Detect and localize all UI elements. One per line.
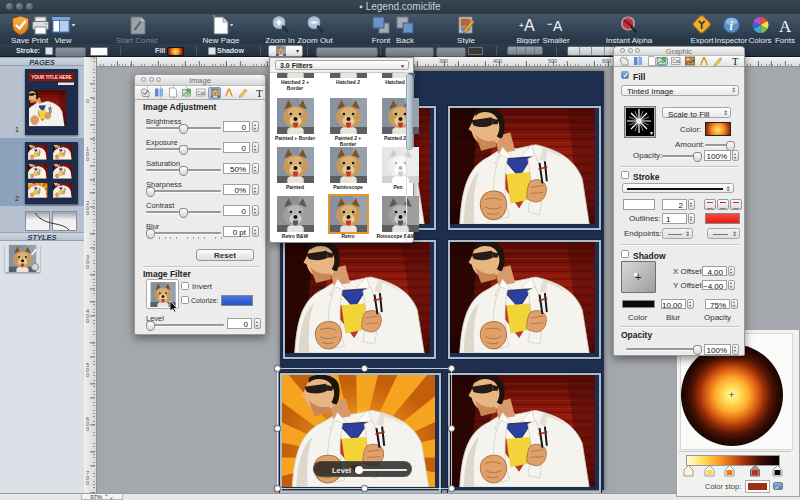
svg-text:A: A	[524, 17, 535, 34]
svg-text:Cat: Cat	[197, 90, 205, 96]
svg-text:Cat: Cat	[672, 58, 680, 64]
svg-text:T: T	[256, 87, 263, 99]
svg-text:T: T	[732, 56, 739, 66]
svg-text:YOUR TITLE HERE: YOUR TITLE HERE	[31, 75, 72, 80]
svg-text:A: A	[553, 18, 563, 34]
svg-text:−: −	[547, 19, 552, 29]
svg-text:A: A	[779, 17, 792, 36]
